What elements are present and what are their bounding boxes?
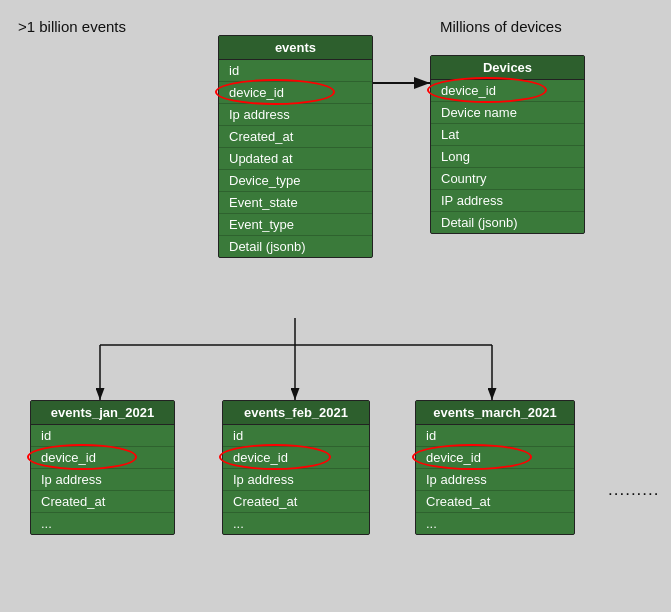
ellipsis-label: ......... bbox=[608, 480, 660, 500]
events-device-id-row: device_id bbox=[219, 82, 372, 104]
devices-table: Devices device_id Device name Lat Long C… bbox=[430, 55, 585, 234]
table-row: Device_type bbox=[219, 170, 372, 192]
events-feb-table-header: events_feb_2021 bbox=[223, 401, 369, 425]
table-row: id bbox=[416, 425, 574, 447]
table-row: Country bbox=[431, 168, 584, 190]
events-march-table-header: events_march_2021 bbox=[416, 401, 574, 425]
table-row: Ip address bbox=[31, 469, 174, 491]
table-row: Lat bbox=[431, 124, 584, 146]
table-row: ... bbox=[31, 513, 174, 534]
table-row: Detail (jsonb) bbox=[431, 212, 584, 233]
table-row: Long bbox=[431, 146, 584, 168]
table-row: Created_at bbox=[31, 491, 174, 513]
events-jan-table: events_jan_2021 id device_id Ip address … bbox=[30, 400, 175, 535]
table-row: id bbox=[223, 425, 369, 447]
table-row: ... bbox=[416, 513, 574, 534]
events-jan-device-id-row: device_id bbox=[31, 447, 174, 469]
events-feb-table: events_feb_2021 id device_id Ip address … bbox=[222, 400, 370, 535]
table-row: Ip address bbox=[223, 469, 369, 491]
table-row: id bbox=[31, 425, 174, 447]
table-row: Event_state bbox=[219, 192, 372, 214]
table-row: Detail (jsonb) bbox=[219, 236, 372, 257]
events-march-table: events_march_2021 id device_id Ip addres… bbox=[415, 400, 575, 535]
table-row: Device name bbox=[431, 102, 584, 124]
events-feb-device-id-row: device_id bbox=[223, 447, 369, 469]
table-row: Created_at bbox=[223, 491, 369, 513]
events-table: events id device_id Ip address Created_a… bbox=[218, 35, 373, 258]
devices-device-id-row: device_id bbox=[431, 80, 584, 102]
table-row: Ip address bbox=[219, 104, 372, 126]
events-table-header: events bbox=[219, 36, 372, 60]
events-jan-table-header: events_jan_2021 bbox=[31, 401, 174, 425]
table-row: Updated at bbox=[219, 148, 372, 170]
table-row: Ip address bbox=[416, 469, 574, 491]
millions-devices-label: Millions of devices bbox=[440, 18, 562, 35]
billion-events-label: >1 billion events bbox=[18, 18, 126, 35]
devices-table-header: Devices bbox=[431, 56, 584, 80]
table-row: Created_at bbox=[416, 491, 574, 513]
table-row: IP address bbox=[431, 190, 584, 212]
table-row: id bbox=[219, 60, 372, 82]
events-march-device-id-row: device_id bbox=[416, 447, 574, 469]
table-row: Created_at bbox=[219, 126, 372, 148]
table-row: ... bbox=[223, 513, 369, 534]
table-row: Event_type bbox=[219, 214, 372, 236]
